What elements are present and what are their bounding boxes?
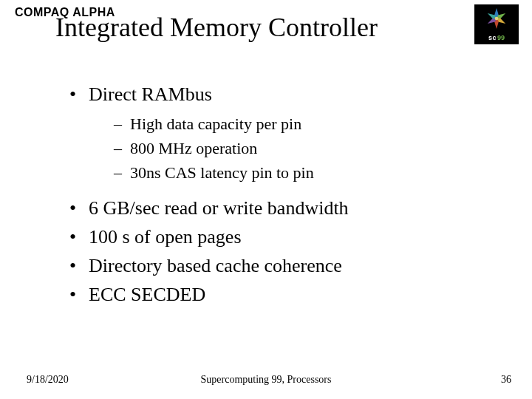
bullet-item: Direct RAMbus High data capacity per pin… xyxy=(66,81,502,185)
footer-title: Supercomputing 99, Processors xyxy=(0,374,532,386)
bullet-item: 100 s of open pages xyxy=(66,224,502,250)
sub-bullet-item: High data capacity per pin xyxy=(114,112,502,136)
slide-title: Integrated Memory Controller xyxy=(55,12,378,43)
logo-sc: sc xyxy=(488,34,497,41)
logo-year: 99 xyxy=(497,34,505,41)
sc99-star-icon xyxy=(483,6,510,31)
sc99-logo: sc99 xyxy=(474,4,519,44)
sub-bullet-item: 30ns CAS latency pin to pin xyxy=(114,160,502,185)
bullet-text: Direct RAMbus xyxy=(89,83,212,105)
sc99-logo-text: sc99 xyxy=(474,33,519,43)
slide-footer: 9/18/2020 Supercomputing 99, Processors … xyxy=(0,374,532,389)
sub-bullet-item: 800 MHz operation xyxy=(114,136,502,160)
slide-body: Direct RAMbus High data capacity per pin… xyxy=(66,81,502,310)
bullet-item: 6 GB/sec read or write bandwidth xyxy=(66,195,502,221)
bullet-item: Directory based cache coherence xyxy=(66,253,502,279)
footer-page-number: 36 xyxy=(501,374,511,386)
svg-point-6 xyxy=(495,17,499,21)
bullet-item: ECC SECDED xyxy=(66,282,502,307)
